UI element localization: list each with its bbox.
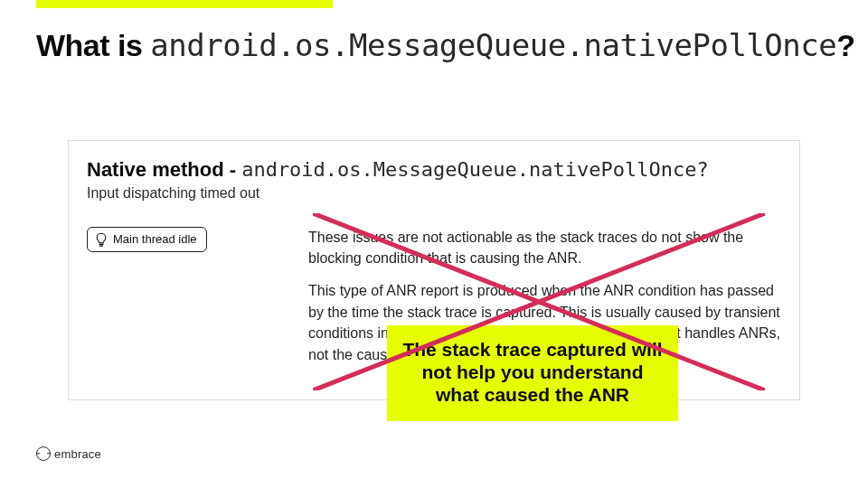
title-code: android.os.MessageQueue.nativePollOnce — [150, 27, 836, 63]
explanation-paragraph: These issues are not actionable as the s… — [308, 227, 781, 269]
slide: What is android.os.MessageQueue.nativePo… — [0, 0, 868, 488]
card-title-label: Native method - — [87, 158, 241, 181]
callout-box: The stack trace captured will not help y… — [387, 325, 678, 421]
accent-bar — [36, 0, 333, 8]
brand-mark-icon — [36, 446, 51, 461]
callout-text: The stack trace captured will not help y… — [402, 339, 662, 405]
brand-name: embrace — [54, 447, 101, 461]
card-subtitle: Input dispatching timed out — [87, 185, 781, 202]
brand-logo: embrace — [36, 446, 101, 461]
title-question-mark: ? — [836, 28, 854, 62]
badge-label: Main thread idle — [113, 233, 197, 245]
lightbulb-icon — [95, 232, 108, 247]
title-prefix: What is — [36, 28, 150, 62]
card-title-code: android.os.MessageQueue.nativePollOnce? — [241, 158, 709, 181]
card-title: Native method - android.os.MessageQueue.… — [87, 157, 781, 183]
page-title: What is android.os.MessageQueue.nativePo… — [36, 27, 854, 63]
badge-column: Main thread idle — [87, 227, 308, 366]
main-thread-idle-badge: Main thread idle — [87, 227, 207, 252]
